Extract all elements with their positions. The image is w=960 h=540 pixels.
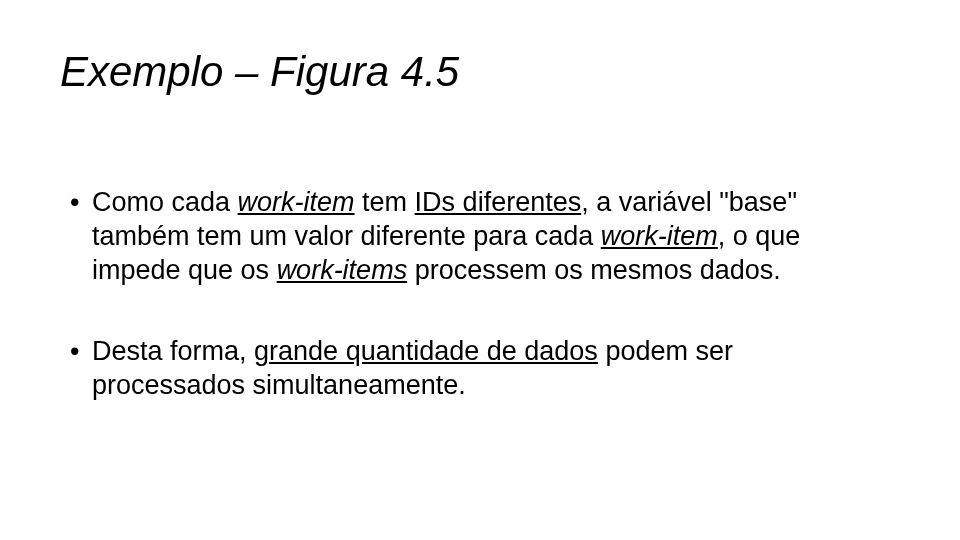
bullet-item: Desta forma, grande quantidade de dados … bbox=[70, 335, 870, 403]
slide: Exemplo – Figura 4.5 Como cada work-item… bbox=[0, 0, 960, 540]
bullet-list: Como cada work-item tem IDs diferentes, … bbox=[70, 186, 870, 403]
slide-body: Como cada work-item tem IDs diferentes, … bbox=[70, 186, 870, 451]
text-run: work-items bbox=[277, 255, 408, 285]
text-run: IDs diferentes bbox=[415, 187, 582, 217]
text-run: Como cada bbox=[92, 187, 238, 217]
text-run: grande quantidade de dados bbox=[254, 336, 598, 366]
text-run: work-item bbox=[601, 221, 718, 251]
text-run: Desta forma, bbox=[92, 336, 254, 366]
text-run: processem os mesmos dados. bbox=[407, 255, 781, 285]
slide-title: Exemplo – Figura 4.5 bbox=[60, 48, 459, 96]
text-run: tem bbox=[355, 187, 415, 217]
text-run: work-item bbox=[238, 187, 355, 217]
bullet-item: Como cada work-item tem IDs diferentes, … bbox=[70, 186, 870, 287]
